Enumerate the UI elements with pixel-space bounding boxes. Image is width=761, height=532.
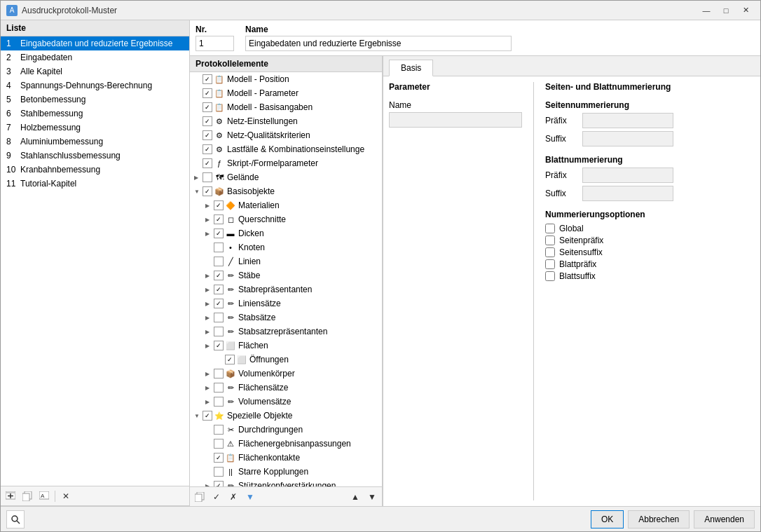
tree-item[interactable]: ▶ ✏ Volumensätze [190, 395, 382, 409]
tree-item[interactable]: ▼ ✓ ⭐ Spezielle Objekte [190, 409, 382, 423]
b-suffix-input[interactable] [582, 186, 673, 201]
tree-item[interactable]: ✓ 📋 Modell - Parameter [190, 86, 382, 100]
list-item[interactable]: 9Stahlanschlussbemessung [1, 149, 189, 163]
tree-item[interactable]: ✓ ⚙ Netz-Einstellungen [190, 114, 382, 128]
tree-item[interactable]: ✓ 📋 Flächenkontakte [190, 451, 382, 465]
numm-option-row: Seitensuffix [545, 247, 755, 257]
numm-checkbox-2[interactable] [545, 247, 555, 257]
list-item[interactable]: 6Stahlbemessung [1, 107, 189, 121]
abbrechen-button[interactable]: Abbrechen [628, 510, 690, 528]
title-bar: A Ausdruckprotokoll-Muster — □ ✕ [1, 1, 760, 20]
proto-filter-btn[interactable]: ▼ [242, 489, 258, 505]
tree-item[interactable]: ▶ ✓ ✏ Stabrepräsentanten [190, 282, 382, 296]
proto-tree[interactable]: ✓ 📋 Modell - Position ✓ 📋 Modell - Param… [190, 72, 382, 486]
numm-option-row: Blattsuffix [545, 271, 755, 281]
proto-up-btn[interactable]: ▲ [348, 489, 363, 505]
numm-option-label: Blattsuffix [559, 271, 596, 281]
maximize-button[interactable]: □ [717, 4, 735, 18]
numm-option-label: Global [559, 224, 584, 233]
title-bar-left: A Ausdruckprotokoll-Muster [6, 5, 117, 16]
toolbar-separator [55, 491, 55, 502]
list-rename-btn[interactable]: A [36, 489, 52, 504]
list-item[interactable]: 7Holzbemessung [1, 121, 189, 135]
praefix-input[interactable] [582, 113, 673, 128]
tree-item[interactable]: ▶ ✓ ✏ Stäbe [190, 268, 382, 282]
tree-item[interactable]: ╱ Linien [190, 254, 382, 268]
params-name-input[interactable] [389, 112, 522, 128]
proto-panel: Protokollelemente ✓ 📋 Modell - Position … [190, 56, 383, 506]
tree-item[interactable]: ▼ ✓ 📦 Basisobjekte [190, 184, 382, 198]
name-label: Name [245, 25, 755, 34]
tree-item[interactable]: ⚠ Flächenergebnisanpassungen [190, 437, 382, 451]
tree-item[interactable]: • Knoten [190, 240, 382, 254]
seiten-section: Seiten- und Blattnummerierung Seitennumm… [545, 82, 755, 500]
numm-checkbox-4[interactable] [545, 271, 555, 281]
params-section: Parameter Name [389, 82, 522, 500]
tree-item[interactable]: ▶ 📦 Volumenkörper [190, 367, 382, 381]
tree-item[interactable]: ▶ ✏ Stabsätze [190, 311, 382, 325]
params-name-label: Name [389, 100, 522, 110]
search-button[interactable] [6, 510, 25, 528]
content-area: Liste 1Eingabedaten und reduzierte Ergeb… [1, 20, 760, 506]
tree-item[interactable]: ▶ 🗺 Gelände [190, 170, 382, 184]
tab-bar: Basis [383, 56, 760, 76]
b-suffix-row: Suffix [545, 186, 755, 201]
suffix-input[interactable] [582, 131, 673, 146]
list-item[interactable]: 1Eingabedaten und reduzierte Ergebnisse [1, 36, 189, 50]
minimize-button[interactable]: — [697, 4, 715, 18]
ok-button[interactable]: OK [591, 510, 624, 528]
tree-item[interactable]: ▶ ✓ ✏ Liniensätze [190, 296, 382, 311]
b-praefix-input[interactable] [582, 168, 673, 183]
tree-item[interactable]: ▶ ✏ Flächensätze [190, 381, 382, 395]
svg-rect-1 [6, 492, 15, 493]
tree-item[interactable]: ▶ ✏ Stabsatzrepräsentanten [190, 325, 382, 339]
list-add-btn[interactable] [3, 489, 18, 504]
proto-copy-btn[interactable] [192, 489, 207, 505]
close-button[interactable]: ✕ [736, 4, 755, 18]
proto-header: Protokollelemente [190, 56, 382, 72]
tree-item[interactable]: ▶ ✓ ✏ Stützenkopfverstärkungen [190, 479, 382, 486]
proto-uncheck-btn[interactable]: ✗ [226, 489, 241, 505]
nr-name-row: Nr. Name [190, 20, 760, 56]
tree-item[interactable]: ▶ ✓ 🔶 Materialien [190, 198, 382, 212]
tree-item[interactable]: ✓ 📋 Modell - Position [190, 72, 382, 86]
tree-item[interactable]: ✓ ƒ Skript-/Formelparameter [190, 156, 382, 170]
seitennummerierung-label: Seitennummerierung [545, 100, 755, 110]
tree-item[interactable]: ✓ ⚙ Netz-Qualitätskriterien [190, 128, 382, 142]
list-item[interactable]: 2Eingabedaten [1, 50, 189, 64]
numm-option-label: Seitenpräfix [559, 236, 603, 245]
svg-text:A: A [41, 493, 45, 499]
list-item[interactable]: 11Tutorial-Kapitel [1, 177, 189, 191]
tree-item[interactable]: ▶ ✓ ⬜ Flächen [190, 339, 382, 353]
numm-checkbox-3[interactable] [545, 259, 555, 269]
tree-item[interactable]: || Starre Kopplungen [190, 465, 382, 479]
list-item[interactable]: 10Kranbahnbemessung [1, 163, 189, 177]
anwenden-button[interactable]: Anwenden [694, 510, 755, 528]
proto-check-btn[interactable]: ✓ [209, 489, 224, 505]
list-item[interactable]: 5Betonbemessung [1, 93, 189, 107]
list-item[interactable]: 8Aluminiumbemessung [1, 135, 189, 149]
list-item[interactable]: 3Alle Kapitel [1, 64, 189, 79]
numm-checkbox-0[interactable] [545, 224, 555, 233]
tree-item[interactable]: ✂ Durchdringungen [190, 423, 382, 437]
list-delete-btn[interactable]: ✕ [58, 489, 74, 504]
tree-item[interactable]: ▶ ✓ ▬ Dicken [190, 226, 382, 240]
nr-input[interactable] [196, 36, 234, 51]
tree-item[interactable]: ▶ ✓ ◻ Querschnitte [190, 212, 382, 226]
tree-item[interactable]: ✓ ⬜ Öffnungen [190, 353, 382, 367]
tab-basis[interactable]: Basis [389, 60, 433, 76]
list-copy-btn[interactable] [20, 489, 35, 504]
nr-label: Nr. [196, 25, 234, 34]
tree-item[interactable]: ✓ ⚙ Lastfälle & Kombinationseinstellunge [190, 142, 382, 156]
tree-item[interactable]: ✓ 📋 Modell - Basisangaben [190, 100, 382, 114]
seiten-title: Seiten- und Blattnummerierung [545, 82, 755, 95]
list-item[interactable]: 4Spannungs-Dehnungs-Berechnung [1, 79, 189, 93]
proto-down-btn[interactable]: ▼ [364, 489, 380, 505]
suffix-label: Suffix [545, 134, 577, 144]
b-praefix-row: Präfix [545, 168, 755, 183]
praefix-row: Präfix [545, 113, 755, 128]
nummerierung-options: GlobalSeitenpräfixSeitensuffixBlattpräfi… [545, 224, 755, 281]
right-wrapper: Nr. Name Protokollelemente ✓ [190, 20, 760, 506]
name-input[interactable] [245, 36, 512, 51]
numm-checkbox-1[interactable] [545, 236, 555, 245]
